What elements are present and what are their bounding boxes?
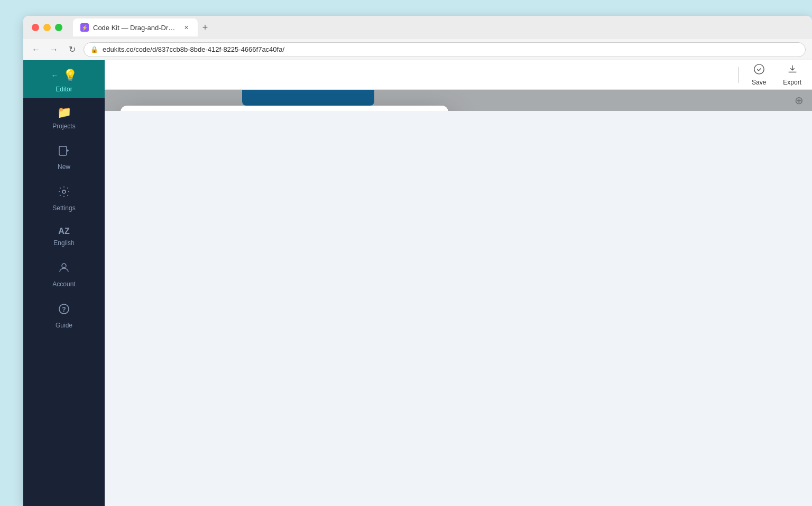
english-icon: AZ [58,227,69,236]
address-bar[interactable]: 🔒 edukits.co/code/d/837ccb8b-8bde-412f-8… [84,42,806,57]
app-container: ← 💡 Editor 📁 Projects New [23,60,812,506]
sidebar-item-settings-label: Settings [52,204,75,212]
svg-point-4 [62,264,66,268]
address-bar-row: ← → ↻ 🔒 edukits.co/code/d/837ccb8b-8bde-… [23,39,812,60]
account-icon [58,261,70,277]
lock-icon: 🔒 [90,46,98,53]
new-icon [58,145,70,160]
svg-rect-0 [59,146,67,155]
sidebar-item-guide[interactable]: ? Guide [23,295,105,336]
sidebar-item-projects[interactable]: 📁 Projects [23,98,105,137]
sidebar-item-account-label: Account [52,280,75,288]
reload-button[interactable]: ↻ [66,43,78,56]
browser-titlebar: ⚡ Code Kit — Drag-and-Drop Co... ✕ + [23,16,812,39]
sidebar-item-editor-label: Editor [56,86,72,93]
sidebar-item-editor[interactable]: ← 💡 Editor [23,60,105,98]
sidebar-item-english[interactable]: AZ English [23,219,105,254]
projects-icon: 📁 [57,106,71,119]
guide-icon: ? [58,303,70,318]
app-header: Save Export [105,60,812,90]
save-icon [753,63,765,78]
export-button[interactable]: Export [783,63,801,86]
url-text: edukits.co/code/d/837ccb8b-8bde-412f-822… [103,45,284,53]
sidebar-item-english-label: English [53,239,74,247]
back-button[interactable]: ← [30,43,42,56]
sidebar-item-projects-label: Projects [52,123,75,130]
serial-port-modal: 1 edukits.co wants to connect to a seria… [121,106,448,111]
settings-icon [58,185,70,201]
tab-bar: ⚡ Code Kit — Drag-and-Drop Co... ✕ + [73,18,213,36]
sidebar-item-new-label: New [58,163,70,171]
minimize-button[interactable] [43,24,51,31]
new-tab-button[interactable]: + [198,20,213,35]
main-content: Save Export [105,60,812,506]
sidebar: ← 💡 Editor 📁 Projects New [23,60,105,506]
svg-point-3 [62,190,66,193]
sidebar-item-new[interactable]: New [23,137,105,178]
traffic-lights [32,24,62,31]
tab-title: Code Kit — Drag-and-Drop Co... [93,24,178,32]
modal-overlay: 1 edukits.co wants to connect to a seria… [105,90,812,111]
export-icon [787,63,798,78]
editor-area: et squirrel " iter your passphrase " [105,90,812,111]
tab-favicon: ⚡ [80,23,89,32]
tab-close-button[interactable]: ✕ [182,23,190,32]
sidebar-item-guide-label: Guide [56,322,72,329]
svg-text:?: ? [62,306,66,313]
save-label: Save [752,79,766,86]
save-button[interactable]: Save [752,63,766,86]
maximize-button[interactable] [55,24,62,31]
forward-button[interactable]: → [48,43,60,56]
active-tab[interactable]: ⚡ Code Kit — Drag-and-Drop Co... ✕ [73,18,198,36]
sidebar-item-settings[interactable]: Settings [23,178,105,219]
sidebar-item-account[interactable]: Account [23,254,105,295]
close-button[interactable] [32,24,39,31]
export-label: Export [783,79,801,86]
